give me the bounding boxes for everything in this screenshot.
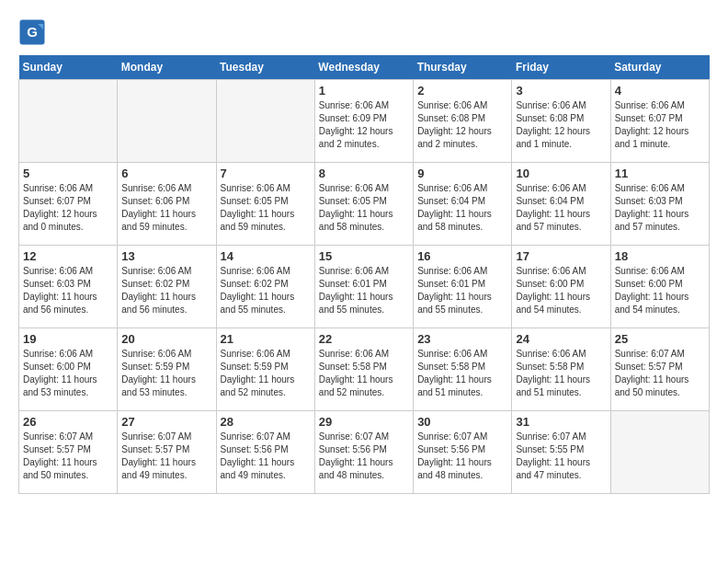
day-info: Sunrise: 6:06 AM Sunset: 5:58 PM Dayligh…: [417, 348, 507, 399]
svg-text:G: G: [27, 24, 38, 40]
day-info: Sunrise: 6:06 AM Sunset: 6:01 PM Dayligh…: [319, 265, 409, 316]
day-info: Sunrise: 6:06 AM Sunset: 5:58 PM Dayligh…: [516, 348, 606, 399]
calendar-cell: 28Sunrise: 6:07 AM Sunset: 5:56 PM Dayli…: [216, 411, 314, 494]
day-info: Sunrise: 6:06 AM Sunset: 6:07 PM Dayligh…: [23, 182, 113, 234]
calendar-week-row: 12Sunrise: 6:06 AM Sunset: 6:03 PM Dayli…: [19, 246, 710, 328]
day-number: 28: [221, 415, 311, 429]
day-info: Sunrise: 6:07 AM Sunset: 5:56 PM Dayligh…: [417, 431, 507, 482]
day-number: 29: [319, 415, 409, 429]
day-info: Sunrise: 6:06 AM Sunset: 6:00 PM Dayligh…: [615, 265, 705, 316]
page-header: G: [18, 18, 710, 46]
day-info: Sunrise: 6:06 AM Sunset: 6:02 PM Dayligh…: [121, 265, 211, 316]
calendar-week-row: 1Sunrise: 6:06 AM Sunset: 6:09 PM Daylig…: [19, 80, 710, 163]
day-number: 20: [121, 332, 211, 346]
logo: G: [18, 18, 50, 46]
day-info: Sunrise: 6:06 AM Sunset: 6:09 PM Dayligh…: [319, 99, 409, 151]
day-number: 1: [319, 84, 409, 98]
day-info: Sunrise: 6:06 AM Sunset: 6:05 PM Dayligh…: [221, 182, 311, 234]
day-info: Sunrise: 6:06 AM Sunset: 6:00 PM Dayligh…: [23, 348, 113, 399]
day-number: 13: [121, 249, 211, 263]
calendar-cell: 3Sunrise: 6:06 AM Sunset: 6:08 PM Daylig…: [512, 80, 610, 163]
calendar-cell: 2Sunrise: 6:06 AM Sunset: 6:08 PM Daylig…: [414, 80, 512, 163]
day-info: Sunrise: 6:06 AM Sunset: 5:58 PM Dayligh…: [319, 348, 409, 399]
calendar-cell: [216, 80, 314, 163]
weekday-header-cell: Saturday: [610, 55, 709, 80]
day-number: 30: [417, 415, 507, 429]
calendar-cell: 6Sunrise: 6:06 AM Sunset: 6:06 PM Daylig…: [118, 163, 216, 246]
day-info: Sunrise: 6:06 AM Sunset: 6:04 PM Dayligh…: [516, 182, 606, 234]
day-info: Sunrise: 6:06 AM Sunset: 6:06 PM Dayligh…: [121, 182, 211, 234]
day-info: Sunrise: 6:06 AM Sunset: 6:03 PM Dayligh…: [23, 265, 113, 316]
calendar-cell: 10Sunrise: 6:06 AM Sunset: 6:04 PM Dayli…: [512, 163, 610, 246]
day-number: 17: [516, 249, 606, 263]
calendar-cell: 20Sunrise: 6:06 AM Sunset: 5:59 PM Dayli…: [118, 328, 216, 411]
calendar-cell: 21Sunrise: 6:06 AM Sunset: 5:59 PM Dayli…: [216, 328, 314, 411]
calendar-cell: 19Sunrise: 6:06 AM Sunset: 6:00 PM Dayli…: [19, 328, 118, 411]
day-number: 22: [319, 332, 409, 346]
day-info: Sunrise: 6:07 AM Sunset: 5:56 PM Dayligh…: [221, 431, 311, 482]
day-number: 11: [615, 167, 705, 180]
day-info: Sunrise: 6:06 AM Sunset: 6:00 PM Dayligh…: [516, 265, 606, 316]
calendar-cell: 24Sunrise: 6:06 AM Sunset: 5:58 PM Dayli…: [512, 328, 610, 411]
calendar-cell: 26Sunrise: 6:07 AM Sunset: 5:57 PM Dayli…: [19, 411, 118, 494]
day-number: 10: [516, 167, 606, 180]
day-info: Sunrise: 6:06 AM Sunset: 5:59 PM Dayligh…: [121, 348, 211, 399]
weekday-header-cell: Thursday: [414, 55, 512, 80]
day-number: 9: [417, 167, 507, 180]
calendar-cell: [118, 80, 216, 163]
day-number: 2: [417, 84, 507, 98]
day-number: 16: [417, 249, 507, 263]
day-number: 21: [221, 332, 311, 346]
calendar-body: 1Sunrise: 6:06 AM Sunset: 6:09 PM Daylig…: [19, 80, 710, 494]
calendar-cell: 29Sunrise: 6:07 AM Sunset: 5:56 PM Dayli…: [314, 411, 413, 494]
calendar-cell: 1Sunrise: 6:06 AM Sunset: 6:09 PM Daylig…: [314, 80, 413, 163]
calendar-week-row: 26Sunrise: 6:07 AM Sunset: 5:57 PM Dayli…: [19, 411, 710, 494]
day-info: Sunrise: 6:06 AM Sunset: 6:05 PM Dayligh…: [319, 182, 409, 234]
day-info: Sunrise: 6:06 AM Sunset: 6:08 PM Dayligh…: [417, 99, 507, 151]
day-info: Sunrise: 6:06 AM Sunset: 6:04 PM Dayligh…: [417, 182, 507, 234]
weekday-header-cell: Sunday: [19, 55, 118, 80]
calendar-cell: 17Sunrise: 6:06 AM Sunset: 6:00 PM Dayli…: [512, 246, 610, 328]
day-number: 26: [23, 415, 113, 429]
calendar-cell: 13Sunrise: 6:06 AM Sunset: 6:02 PM Dayli…: [118, 246, 216, 328]
day-number: 31: [516, 415, 606, 429]
weekday-header-cell: Tuesday: [216, 55, 314, 80]
calendar-cell: 15Sunrise: 6:06 AM Sunset: 6:01 PM Dayli…: [314, 246, 413, 328]
day-info: Sunrise: 6:06 AM Sunset: 5:59 PM Dayligh…: [221, 348, 311, 399]
day-info: Sunrise: 6:07 AM Sunset: 5:57 PM Dayligh…: [23, 431, 113, 482]
day-number: 6: [121, 167, 211, 180]
calendar-cell: 14Sunrise: 6:06 AM Sunset: 6:02 PM Dayli…: [216, 246, 314, 328]
calendar-cell: 30Sunrise: 6:07 AM Sunset: 5:56 PM Dayli…: [414, 411, 512, 494]
weekday-header-row: SundayMondayTuesdayWednesdayThursdayFrid…: [19, 55, 710, 80]
calendar-cell: 9Sunrise: 6:06 AM Sunset: 6:04 PM Daylig…: [414, 163, 512, 246]
day-info: Sunrise: 6:06 AM Sunset: 6:01 PM Dayligh…: [417, 265, 507, 316]
calendar-cell: 23Sunrise: 6:06 AM Sunset: 5:58 PM Dayli…: [414, 328, 512, 411]
day-number: 23: [417, 332, 507, 346]
day-number: 12: [23, 249, 113, 263]
calendar-cell: 25Sunrise: 6:07 AM Sunset: 5:57 PM Dayli…: [610, 328, 709, 411]
weekday-header-cell: Monday: [118, 55, 216, 80]
calendar-cell: 5Sunrise: 6:06 AM Sunset: 6:07 PM Daylig…: [19, 163, 118, 246]
weekday-header-cell: Friday: [512, 55, 610, 80]
day-number: 5: [23, 167, 113, 180]
day-info: Sunrise: 6:07 AM Sunset: 5:57 PM Dayligh…: [121, 431, 211, 482]
day-number: 4: [615, 84, 705, 98]
calendar-cell: 7Sunrise: 6:06 AM Sunset: 6:05 PM Daylig…: [216, 163, 314, 246]
day-info: Sunrise: 6:06 AM Sunset: 6:07 PM Dayligh…: [615, 99, 705, 151]
day-number: 14: [221, 249, 311, 263]
day-number: 15: [319, 249, 409, 263]
day-number: 18: [615, 249, 705, 263]
calendar-cell: 8Sunrise: 6:06 AM Sunset: 6:05 PM Daylig…: [314, 163, 413, 246]
calendar-table: SundayMondayTuesdayWednesdayThursdayFrid…: [18, 55, 710, 494]
day-info: Sunrise: 6:07 AM Sunset: 5:55 PM Dayligh…: [516, 431, 606, 482]
calendar-cell: 16Sunrise: 6:06 AM Sunset: 6:01 PM Dayli…: [414, 246, 512, 328]
day-info: Sunrise: 6:06 AM Sunset: 6:03 PM Dayligh…: [615, 182, 705, 234]
calendar-cell: [19, 80, 118, 163]
calendar-cell: 22Sunrise: 6:06 AM Sunset: 5:58 PM Dayli…: [314, 328, 413, 411]
weekday-header-cell: Wednesday: [314, 55, 413, 80]
calendar-cell: 4Sunrise: 6:06 AM Sunset: 6:07 PM Daylig…: [610, 80, 709, 163]
day-info: Sunrise: 6:06 AM Sunset: 6:08 PM Dayligh…: [516, 99, 606, 151]
day-number: 27: [121, 415, 211, 429]
day-info: Sunrise: 6:07 AM Sunset: 5:57 PM Dayligh…: [615, 348, 705, 399]
day-info: Sunrise: 6:07 AM Sunset: 5:56 PM Dayligh…: [319, 431, 409, 482]
